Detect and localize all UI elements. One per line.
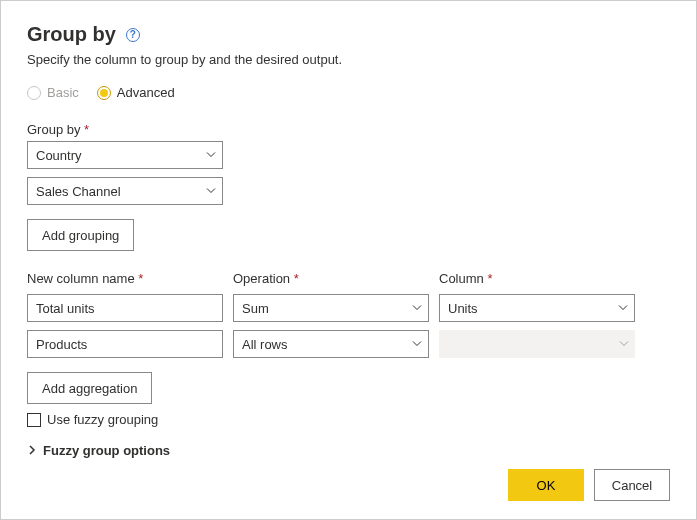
chevron-down-icon bbox=[618, 301, 628, 316]
chevron-down-icon bbox=[619, 337, 629, 352]
cancel-button[interactable]: Cancel bbox=[594, 469, 670, 501]
checkbox-icon bbox=[27, 413, 41, 427]
title-row: Group by ? bbox=[27, 23, 670, 46]
new-column-name-input[interactable]: Products bbox=[27, 330, 223, 358]
chevron-down-icon bbox=[412, 337, 422, 352]
chevron-down-icon bbox=[206, 148, 216, 163]
add-aggregation-button[interactable]: Add aggregation bbox=[27, 372, 152, 404]
new-column-name-label: New column name * bbox=[27, 271, 223, 286]
radio-advanced[interactable]: Advanced bbox=[97, 85, 175, 100]
group-by-select-0-value: Country bbox=[36, 148, 82, 163]
column-select[interactable]: Units bbox=[439, 294, 635, 322]
group-by-dialog: Group by ? Specify the column to group b… bbox=[0, 0, 697, 520]
group-by-select-0[interactable]: Country bbox=[27, 141, 223, 169]
new-column-name-input[interactable]: Total units bbox=[27, 294, 223, 322]
dialog-subtitle: Specify the column to group by and the d… bbox=[27, 52, 670, 67]
fuzzy-checkbox-row[interactable]: Use fuzzy grouping bbox=[27, 412, 670, 427]
help-icon[interactable]: ? bbox=[126, 28, 140, 42]
aggregation-row: Total units Sum Units bbox=[27, 294, 670, 322]
group-by-label: Group by * bbox=[27, 122, 670, 137]
aggregation-row: Products All rows bbox=[27, 330, 670, 358]
operation-select[interactable]: Sum bbox=[233, 294, 429, 322]
operation-select[interactable]: All rows bbox=[233, 330, 429, 358]
fuzzy-checkbox-label: Use fuzzy grouping bbox=[47, 412, 158, 427]
chevron-right-icon bbox=[27, 443, 37, 458]
chevron-down-icon bbox=[412, 301, 422, 316]
group-by-select-1-value: Sales Channel bbox=[36, 184, 121, 199]
mode-radio-group: Basic Advanced bbox=[27, 85, 670, 100]
group-by-select-1[interactable]: Sales Channel bbox=[27, 177, 223, 205]
column-label: Column * bbox=[439, 271, 635, 286]
chevron-down-icon bbox=[206, 184, 216, 199]
radio-advanced-label: Advanced bbox=[117, 85, 175, 100]
fuzzy-options-expander[interactable]: Fuzzy group options bbox=[27, 443, 670, 458]
aggregation-header: New column name * Operation * Column * bbox=[27, 271, 670, 290]
fuzzy-options-label: Fuzzy group options bbox=[43, 443, 170, 458]
radio-circle-icon bbox=[27, 86, 41, 100]
ok-button[interactable]: OK bbox=[508, 469, 584, 501]
radio-basic-label: Basic bbox=[47, 85, 79, 100]
column-select-disabled bbox=[439, 330, 635, 358]
operation-label: Operation * bbox=[233, 271, 429, 286]
dialog-footer: OK Cancel bbox=[508, 469, 670, 501]
add-grouping-button[interactable]: Add grouping bbox=[27, 219, 134, 251]
radio-circle-icon bbox=[97, 86, 111, 100]
dialog-title: Group by bbox=[27, 23, 116, 46]
radio-basic[interactable]: Basic bbox=[27, 85, 79, 100]
